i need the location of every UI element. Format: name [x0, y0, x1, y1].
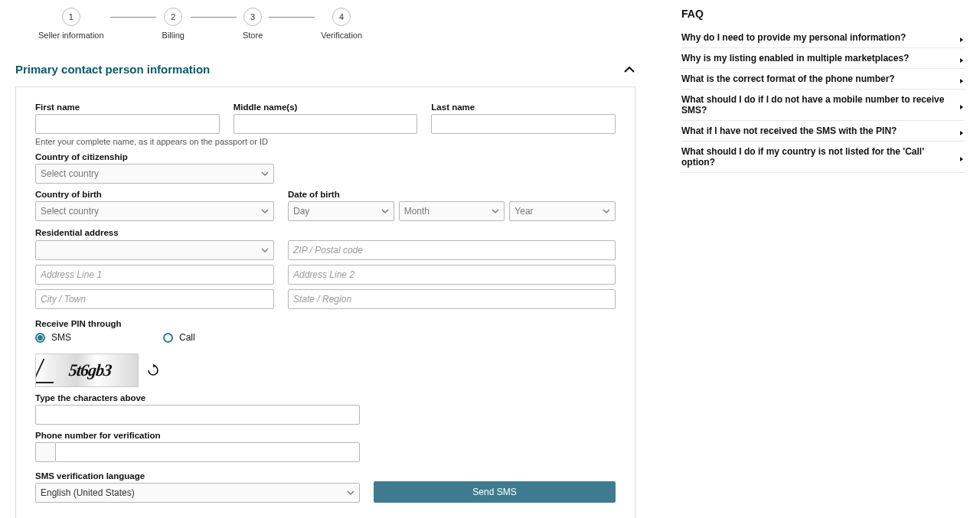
- sms-lang-label: SMS verification language: [35, 471, 360, 481]
- pin-sms-label: SMS: [51, 332, 71, 343]
- birth-country-label: Country of birth: [35, 190, 274, 199]
- sms-lang-value: English (United States): [41, 487, 135, 498]
- city-input[interactable]: [35, 289, 274, 309]
- citizenship-value: Select country: [41, 168, 99, 179]
- form-card: First name Middle name(s) Last name Ente…: [15, 86, 635, 518]
- step-connector: [191, 17, 237, 18]
- first-name-input[interactable]: [35, 114, 220, 134]
- caret-right-icon: [959, 154, 965, 160]
- step-4: 4 Verification: [321, 8, 362, 40]
- address2-input[interactable]: [288, 265, 616, 285]
- chevron-up-icon[interactable]: [623, 64, 635, 76]
- sms-lang-select[interactable]: English (United States): [35, 483, 360, 503]
- phone-label: Phone number for verification: [35, 431, 360, 440]
- first-name-label: First name: [35, 103, 220, 112]
- step-connector: [269, 17, 315, 18]
- birth-country-select[interactable]: Select country: [35, 201, 274, 221]
- captcha-label: Type the characters above: [35, 393, 360, 402]
- pin-call-label: Call: [179, 332, 195, 343]
- step-circle: 1: [62, 8, 80, 26]
- chevron-down-icon: [492, 207, 499, 215]
- middle-names-input[interactable]: [234, 114, 418, 134]
- chevron-down-icon: [603, 207, 610, 215]
- citizenship-select[interactable]: Select country: [35, 164, 274, 184]
- faq-question: Why do I need to provide my personal inf…: [681, 32, 906, 43]
- step-label: Store: [243, 31, 263, 40]
- step-circle: 2: [164, 8, 182, 26]
- phone-input[interactable]: [55, 442, 360, 462]
- last-name-input[interactable]: [431, 114, 616, 134]
- pin-call-radio[interactable]: Call: [163, 332, 195, 343]
- faq-item[interactable]: Why do I need to provide my personal inf…: [681, 28, 965, 48]
- step-circle: 3: [243, 8, 262, 26]
- radio-icon: [163, 333, 173, 343]
- pin-label: Receive PIN through: [35, 319, 121, 328]
- faq-item[interactable]: What if I have not received the SMS with…: [681, 121, 965, 142]
- caret-right-icon: [959, 128, 965, 134]
- step-connector: [110, 17, 156, 18]
- captcha-text: 5t6gb3: [68, 360, 113, 380]
- caret-right-icon: [959, 102, 965, 108]
- progress-steps: 1 Seller information 2 Billing 3 Store 4…: [15, 8, 635, 40]
- chevron-down-icon: [261, 207, 269, 215]
- chevron-down-icon: [381, 207, 389, 215]
- faq-item[interactable]: What should I do if I do not have a mobi…: [681, 90, 965, 121]
- chevron-down-icon: [347, 489, 354, 497]
- section-header[interactable]: Primary contact person information: [15, 63, 635, 82]
- captcha-input[interactable]: [35, 405, 360, 425]
- dob-year-select[interactable]: Year: [509, 201, 616, 221]
- caret-right-icon: [959, 34, 965, 41]
- state-input[interactable]: [288, 289, 616, 309]
- caret-right-icon: [959, 76, 965, 82]
- faq-item[interactable]: What is the correct format of the phone …: [681, 69, 965, 90]
- faq-question: Why is my listing enabled in multiple ma…: [681, 53, 909, 64]
- step-1: 1 Seller information: [38, 8, 104, 40]
- captcha-image: 5t6gb3: [35, 353, 139, 387]
- zip-input[interactable]: [288, 240, 616, 260]
- step-3: 3 Store: [243, 8, 263, 40]
- faq-question: What if I have not received the SMS with…: [681, 125, 897, 136]
- dob-label: Date of birth: [288, 190, 616, 199]
- dob-day-value: Day: [293, 206, 309, 217]
- faq-question: What should I do if I do not have a mobi…: [681, 94, 959, 116]
- send-sms-button[interactable]: Send SMS: [374, 481, 616, 503]
- chevron-down-icon: [261, 170, 269, 178]
- dob-month-select[interactable]: Month: [399, 201, 505, 221]
- last-name-label: Last name: [431, 103, 616, 112]
- faq-item[interactable]: What should I do if my country is not li…: [681, 142, 965, 173]
- residential-country-select[interactable]: [35, 240, 274, 260]
- address1-input[interactable]: [35, 265, 274, 285]
- name-hint: Enter your complete name, as it appears …: [35, 137, 616, 146]
- faq-panel: FAQ Why do I need to provide my personal…: [681, 8, 965, 518]
- dob-day-select[interactable]: Day: [288, 201, 394, 221]
- refresh-icon[interactable]: [146, 363, 160, 377]
- step-label: Billing: [162, 31, 185, 40]
- phone-country-select[interactable]: [35, 442, 55, 462]
- dob-month-value: Month: [404, 206, 430, 217]
- residential-label: Residential address: [35, 228, 119, 237]
- caret-right-icon: [959, 55, 965, 61]
- middle-names-label: Middle name(s): [234, 103, 418, 112]
- step-label: Seller information: [38, 31, 104, 40]
- radio-icon: [35, 333, 45, 343]
- faq-title: FAQ: [681, 8, 965, 20]
- faq-question: What should I do if my country is not li…: [681, 146, 959, 168]
- step-label: Verification: [321, 31, 362, 40]
- chevron-down-icon: [261, 246, 269, 254]
- citizenship-label: Country of citizenship: [35, 152, 274, 161]
- pin-sms-radio[interactable]: SMS: [35, 332, 71, 343]
- faq-item[interactable]: Why is my listing enabled in multiple ma…: [681, 48, 965, 69]
- section-title: Primary contact person information: [15, 63, 210, 76]
- step-2: 2 Billing: [162, 8, 185, 40]
- faq-question: What is the correct format of the phone …: [681, 73, 895, 84]
- step-circle: 4: [332, 8, 351, 26]
- birth-country-value: Select country: [41, 206, 99, 217]
- dob-year-value: Year: [514, 206, 533, 217]
